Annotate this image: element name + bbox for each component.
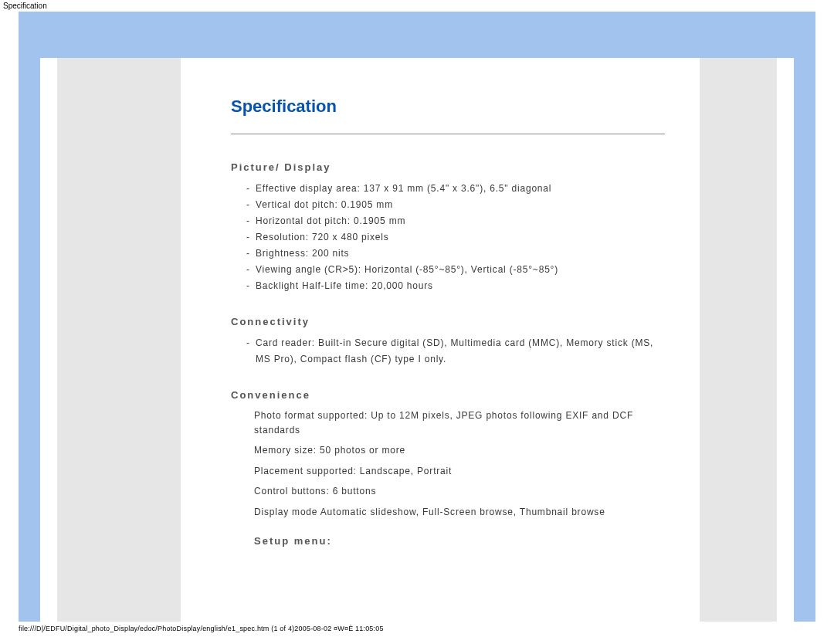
section-title-convenience: Convenience	[231, 389, 665, 401]
outer-frame: Specification Picture/ Display Effective…	[19, 12, 815, 622]
section-title-setup-menu: Setup menu:	[254, 535, 665, 547]
frame-border-left	[19, 12, 40, 622]
list-item: Vertical dot pitch: 0.1905 mm	[246, 197, 665, 213]
list-item: Brightness: 200 nits	[246, 246, 665, 262]
sidebar-left	[57, 58, 181, 622]
list-item: Card reader: Built-in Secure digital (SD…	[246, 335, 665, 368]
document-content: Specification Picture/ Display Effective…	[181, 58, 700, 622]
section-title-connectivity: Connectivity	[231, 316, 665, 327]
list-item: Display mode Automatic slideshow, Full-S…	[254, 505, 665, 520]
picture-display-list: Effective display area: 137 x 91 mm (5.4…	[231, 181, 665, 294]
page-title: Specification	[231, 97, 665, 117]
section-title-picture-display: Picture/ Display	[231, 161, 665, 173]
convenience-list: Photo format supported: Up to 12M pixels…	[231, 408, 665, 520]
frame-border-right	[794, 12, 815, 622]
list-item: Resolution: 720 x 480 pixels	[246, 229, 665, 246]
list-item: Effective display area: 137 x 91 mm (5.4…	[246, 181, 665, 197]
footer-file-path: file:///D|/EDFU/Digital_photo_Display/ed…	[0, 622, 834, 632]
window-title: Specification	[0, 0, 834, 12]
sidebar-right	[700, 58, 777, 622]
list-item: Viewing angle (CR>5): Horizontal (-85°~8…	[246, 262, 665, 278]
page-area: Specification Picture/ Display Effective…	[57, 58, 777, 622]
frame-border-top	[19, 12, 815, 58]
list-item: Photo format supported: Up to 12M pixels…	[254, 408, 665, 437]
list-item: Control buttons: 6 buttons	[254, 484, 665, 499]
horizontal-rule	[231, 134, 665, 134]
list-item: Placement supported: Landscape, Portrait	[254, 464, 665, 479]
list-item: Backlight Half-Life time: 20,000 hours	[246, 278, 665, 294]
connectivity-list: Card reader: Built-in Secure digital (SD…	[231, 335, 665, 368]
list-item: Memory size: 50 photos or more	[254, 443, 665, 458]
list-item: Horizontal dot pitch: 0.1905 mm	[246, 213, 665, 229]
